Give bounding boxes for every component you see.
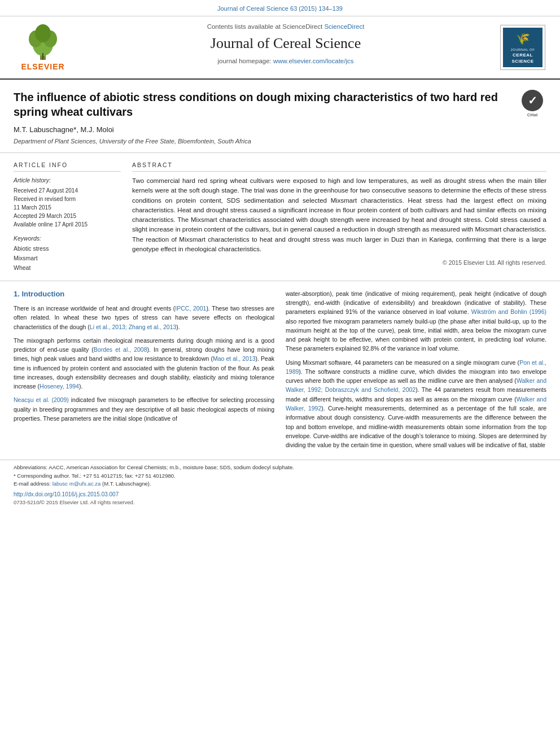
logo-cereal-text: CEREAL xyxy=(513,52,533,58)
elsevier-tree-icon xyxy=(23,22,63,62)
crossmark-badge[interactable]: ✓ CHat xyxy=(518,90,546,118)
email-line: E-mail address: labusc m@ufs.ac.za (M.T.… xyxy=(14,480,546,488)
intro-section-title: 1. Introduction xyxy=(14,289,274,299)
keyword-1: Abiotic stress xyxy=(14,245,49,252)
logo-science-text: SCIENCE xyxy=(511,58,533,64)
neacsu-link[interactable]: Neacşu et al. (2009) xyxy=(14,396,69,403)
history-label: Article history: xyxy=(14,176,121,185)
mao-link[interactable]: Mao et al., 2013 xyxy=(213,355,256,362)
keyword-2: Mixsmart xyxy=(14,255,38,261)
logo-journal-text: Journal of xyxy=(511,47,535,52)
li-link[interactable]: Li et al., 2013; Zhang et al., 2013 xyxy=(90,324,177,330)
header-left: ELSEVIER xyxy=(9,22,77,73)
journal-logo-box: 🌾 Journal of CEREAL SCIENCE xyxy=(500,25,545,70)
article-info-column: ARTICLE INFO Article history: Received 2… xyxy=(14,161,121,272)
intro-paragraph-3: Neacşu et al. (2009) indicated five mixo… xyxy=(14,395,274,423)
elsevier-text: ELSEVIER xyxy=(21,62,64,73)
copyright-line: © 2015 Elsevier Ltd. All rights reserved… xyxy=(132,259,546,267)
abbreviations-line: Abbreviations: AACC, American Associatio… xyxy=(14,464,546,471)
body-content: 1. Introduction There is an increase wor… xyxy=(0,281,560,460)
keywords-label: Keywords: xyxy=(14,234,121,243)
authors: M.T. Labuschagne*, M.J. Moloi xyxy=(14,125,546,135)
journal-title: Journal of Cereal Science xyxy=(82,33,489,54)
page: Journal of Cereal Science 63 (2015) 134–… xyxy=(0,0,560,747)
doi-line[interactable]: http://dx.doi.org/10.1016/j.jcs.2015.03.… xyxy=(14,490,546,499)
svg-point-4 xyxy=(35,24,51,42)
sciencedirect-line: Contents lists available at ScienceDirec… xyxy=(82,22,489,31)
abstract-heading: ABSTRACT xyxy=(132,161,546,172)
header-section: ELSEVIER Contents lists available at Sci… xyxy=(0,16,560,80)
article-title: The influence of abiotic stress conditio… xyxy=(14,90,546,119)
bordes-link[interactable]: Bordes et al., 2008 xyxy=(94,346,147,353)
right-paragraph-1: water-absorption), peak time (indicative… xyxy=(286,289,546,353)
intro-paragraph-2: The mixograph performs certain rheologic… xyxy=(14,336,274,391)
keywords-block: Keywords: Abiotic stress Mixsmart Wheat xyxy=(14,234,121,273)
homepage-line: journal homepage: www.elsevier.com/locat… xyxy=(82,56,489,65)
email-link[interactable]: labusc m@ufs.ac.za xyxy=(53,480,101,487)
article-title-section: The influence of abiotic stress conditio… xyxy=(0,80,560,154)
right-paragraph-2: Using Mixsmart software, 44 parameters c… xyxy=(286,358,546,450)
intro-paragraph-1: There is an increase worldwide of heat a… xyxy=(14,304,274,331)
hoseney-link[interactable]: Hoseney, 1994 xyxy=(40,383,79,390)
received-date: Received 27 August 2014 Received in revi… xyxy=(14,186,121,229)
wheat-icon: 🌾 xyxy=(516,30,530,46)
header-right: 🌾 Journal of CEREAL SCIENCE xyxy=(495,22,551,73)
journal-logo-inner: 🌾 Journal of CEREAL SCIENCE xyxy=(503,28,542,67)
article-history-block: Article history: Received 27 August 2014… xyxy=(14,176,121,229)
footnote-section: Abbreviations: AACC, American Associatio… xyxy=(0,460,560,509)
wikstrom-link[interactable]: Wikström and Bohlin (1996) xyxy=(471,308,546,315)
body-left-column: 1. Introduction There is an increase wor… xyxy=(14,289,274,455)
abstract-text: Two commercial hard red spring wheat cul… xyxy=(132,176,546,254)
keyword-3: Wheat xyxy=(14,264,30,271)
body-right-column: water-absorption), peak time (indicative… xyxy=(286,289,546,455)
abstract-column: ABSTRACT Two commercial hard red spring … xyxy=(132,161,546,272)
affiliation: Department of Plant Sciences, University… xyxy=(14,137,546,146)
walker2-link[interactable]: Walker and Walker, 1992 xyxy=(286,396,546,412)
issn-line: 0733-5210/© 2015 Elsevier Ltd. All right… xyxy=(14,499,546,506)
header-center: Contents lists available at ScienceDirec… xyxy=(77,22,495,73)
keywords-list: Abiotic stress Mixsmart Wheat xyxy=(14,244,121,272)
top-bar: Journal of Cereal Science 63 (2015) 134–… xyxy=(0,0,560,16)
corresponding-author-line: * Corresponding author. Tel.: +27 51 401… xyxy=(14,472,546,480)
article-info-abstract-section: ARTICLE INFO Article history: Received 2… xyxy=(0,153,560,281)
ipcc-link[interactable]: IPCC, 2001 xyxy=(175,305,206,312)
journal-reference: Journal of Cereal Science 63 (2015) 134–… xyxy=(217,5,343,12)
article-info-heading: ARTICLE INFO xyxy=(14,161,121,172)
pon-link[interactable]: Pon et al., 1989 xyxy=(286,359,546,375)
walker-link[interactable]: Walker and Walker, 1992; Dobraszczyk and… xyxy=(286,377,546,393)
elsevier-logo: ELSEVIER xyxy=(21,22,64,73)
homepage-url[interactable]: www.elsevier.com/locate/jcs xyxy=(273,58,354,64)
sciencedirect-link[interactable]: ScienceDirect xyxy=(324,23,364,30)
